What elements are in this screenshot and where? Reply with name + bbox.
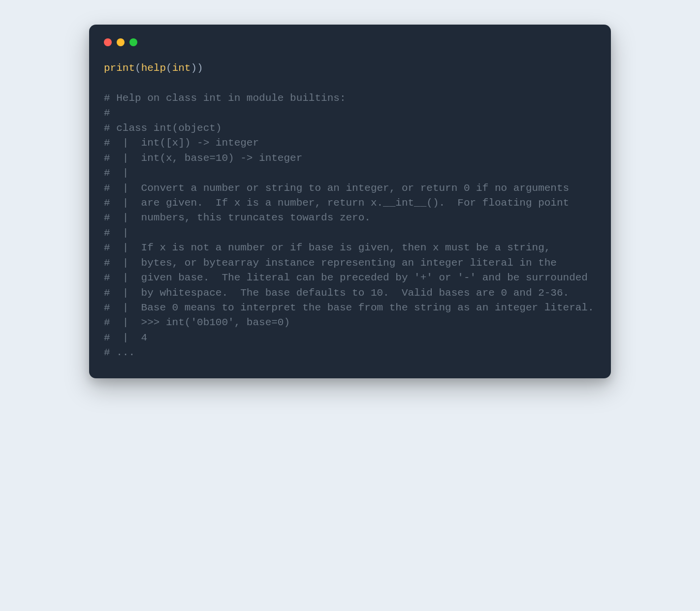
- code-window: print(help(int)) # Help on class int in …: [89, 25, 611, 378]
- comment-line: # | >>> int('0b100', base=0): [104, 315, 596, 330]
- zoom-icon[interactable]: [129, 38, 137, 46]
- comment-line: # | numbers, this truncates towards zero…: [104, 211, 596, 225]
- comment-line: # ...: [104, 345, 596, 360]
- open-paren-2: (: [166, 62, 172, 74]
- comment-line: # | by whitespace. The base defaults to …: [104, 286, 596, 301]
- comment-line: # | bytes, or bytearray instance represe…: [104, 256, 596, 271]
- code-line-call: print(help(int)): [104, 61, 596, 76]
- print-function: print: [104, 62, 135, 74]
- comment-line: # Help on class int in module builtins:: [104, 91, 596, 106]
- comment-line: # | int([x]) -> integer: [104, 136, 596, 151]
- close-icon[interactable]: [104, 38, 112, 46]
- open-paren: (: [135, 62, 141, 74]
- comment-line: # | If x is not a number or if base is g…: [104, 241, 596, 255]
- comment-line: # | are given. If x is a number, return …: [104, 196, 596, 211]
- comment-line: # |: [104, 166, 596, 181]
- window-titlebar: [104, 36, 596, 46]
- comment-line: # |: [104, 226, 596, 241]
- comment-line: #: [104, 106, 596, 121]
- comment-line: # | int(x, base=10) -> integer: [104, 151, 596, 166]
- comment-line: # class int(object): [104, 121, 596, 136]
- blank-line: [104, 76, 596, 91]
- comment-line: # | 4: [104, 331, 596, 345]
- code-block: print(help(int)) # Help on class int in …: [104, 61, 596, 361]
- close-parens: )): [191, 62, 203, 74]
- int-type: int: [172, 62, 191, 74]
- help-function: help: [141, 62, 166, 74]
- comment-line: # | given base. The literal can be prece…: [104, 271, 596, 285]
- minimize-icon[interactable]: [117, 38, 125, 46]
- comment-line: # | Convert a number or string to an int…: [104, 181, 596, 196]
- comment-line: # | Base 0 means to interpret the base f…: [104, 301, 596, 315]
